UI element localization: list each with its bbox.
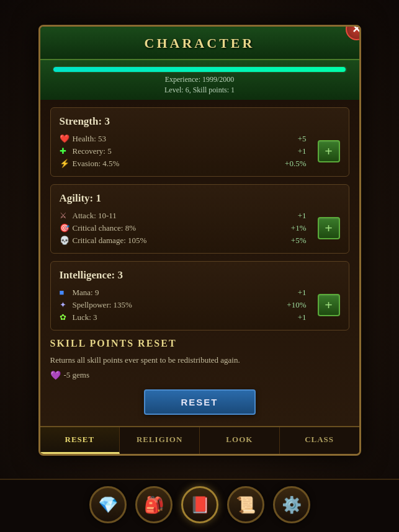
- gear-icon-button[interactable]: ⚙️: [273, 486, 310, 523]
- tab-class[interactable]: CLASS: [280, 427, 359, 454]
- crit-damage-icon: 💀: [60, 236, 69, 246]
- exp-bar-container: [53, 66, 347, 73]
- tabs-bar: RESET RELIGION LOOK CLASS: [40, 426, 359, 454]
- book-icon: 📕: [190, 495, 210, 515]
- bag-icon-button[interactable]: 🎒: [135, 486, 173, 523]
- exp-bar-fill: [53, 67, 346, 72]
- mana-row: ■ Mana: 9: [60, 288, 271, 298]
- level-text: Level: 6, Skill points: 1: [53, 86, 347, 95]
- crit-chance-label: 🎯 Critical chance: 8%: [60, 223, 271, 233]
- attack-label: ⚔ Attack: 10-11: [60, 211, 271, 221]
- recovery-icon: ✚: [60, 146, 69, 156]
- health-label: ❤️ Health: 53: [60, 134, 271, 144]
- evasion-bonus: +0.5%: [276, 159, 307, 169]
- health-bonus: +5: [276, 134, 307, 144]
- intelligence-main-area: ■ Mana: 9 ✦ Spellpower: 135%: [60, 288, 340, 322]
- panel-title: CHARACTER: [53, 35, 347, 51]
- luck-bonus: +1: [276, 313, 307, 322]
- crit-chance-row: 🎯 Critical chance: 8%: [60, 223, 271, 233]
- bag-icon: 🎒: [144, 495, 164, 515]
- recovery-row: ✚ Recovery: 5: [60, 146, 271, 156]
- strength-name: Strength: 3: [60, 115, 340, 128]
- mana-bonus: +1: [276, 288, 307, 298]
- gems-icon-button[interactable]: 💎: [89, 486, 127, 523]
- reset-button[interactable]: RESET: [144, 389, 256, 415]
- panel-body: Strength: 3 ❤️ Health: 53 ✚ Reco: [40, 100, 359, 426]
- strength-main-area: ❤️ Health: 53 ✚ Recovery: 5: [60, 134, 340, 169]
- reset-title: SKILL POINTS RESET: [50, 338, 349, 349]
- attack-icon: ⚔: [60, 211, 69, 221]
- scroll-icon: 📜: [236, 495, 256, 515]
- attack-row: ⚔ Attack: 10-11: [60, 211, 271, 221]
- intelligence-name: Intelligence: 3: [60, 269, 340, 282]
- spellpower-label: ✦ Spellpower: 135%: [60, 300, 271, 310]
- agility-name: Agility: 1: [60, 192, 340, 205]
- panel-header: CHARACTER: [40, 27, 359, 60]
- character-panel: ✕ CHARACTER Experience: 1999/2000 Level:…: [38, 25, 361, 456]
- luck-icon: ✿: [60, 313, 69, 322]
- recovery-bonus: +1: [276, 146, 307, 156]
- spellpower-row: ✦ Spellpower: 135%: [60, 300, 271, 310]
- luck-row: ✿ Luck: 3: [60, 313, 271, 322]
- crit-damage-row: 💀 Critical damage: 105%: [60, 236, 271, 246]
- agility-main-area: ⚔ Attack: 10-11 🎯 Critical chance: 8%: [60, 211, 340, 246]
- gem-icon: 💜: [50, 370, 61, 381]
- scroll-icon-button[interactable]: 📜: [227, 486, 264, 523]
- mana-label: ■ Mana: 9: [60, 288, 271, 298]
- spellpower-bonus: +10%: [276, 300, 307, 310]
- crit-damage-bonus: +5%: [276, 236, 307, 246]
- gem-cost-text: -5 gems: [64, 370, 90, 380]
- reset-description: Returns all skill points ever spent to b…: [50, 354, 349, 366]
- gem-cost: 💜 -5 gems: [50, 370, 349, 381]
- exp-text: Experience: 1999/2000: [53, 75, 347, 84]
- crit-chance-icon: 🎯: [60, 223, 69, 233]
- spellpower-icon: ✦: [60, 300, 69, 310]
- recovery-label: ✚ Recovery: 5: [60, 146, 271, 156]
- mana-icon: ■: [60, 288, 69, 298]
- evasion-icon: ⚡: [60, 159, 69, 169]
- intelligence-card: Intelligence: 3 ■ Mana: 9 ✦ Spel: [50, 261, 349, 330]
- main-container: ✕ CHARACTER Experience: 1999/2000 Level:…: [38, 25, 361, 456]
- book-icon-button[interactable]: 📕: [181, 486, 218, 523]
- intelligence-bonuses: +1 +10% +1: [276, 288, 307, 322]
- agility-labels: ⚔ Attack: 10-11 🎯 Critical chance: 8%: [60, 211, 271, 246]
- agility-bonuses: +1 +1% +5%: [276, 211, 307, 246]
- crit-damage-label: 💀 Critical damage: 105%: [60, 236, 271, 246]
- gear-icon: ⚙️: [282, 495, 302, 515]
- strength-plus-button[interactable]: +: [318, 140, 340, 162]
- agility-card: Agility: 1 ⚔ Attack: 10-11 🎯 Cr: [50, 184, 349, 254]
- strength-card: Strength: 3 ❤️ Health: 53 ✚ Reco: [50, 107, 349, 177]
- crit-chance-bonus: +1%: [276, 223, 307, 233]
- health-row: ❤️ Health: 53: [60, 134, 271, 144]
- experience-section: Experience: 1999/2000 Level: 6, Skill po…: [40, 60, 359, 100]
- strength-bonuses: +5 +1 +0.5%: [276, 134, 307, 169]
- intelligence-labels: ■ Mana: 9 ✦ Spellpower: 135%: [60, 288, 271, 322]
- skill-reset-section: SKILL POINTS RESET Returns all skill poi…: [50, 338, 349, 415]
- attack-bonus: +1: [276, 211, 307, 221]
- tab-reset[interactable]: RESET: [40, 427, 120, 454]
- tab-religion[interactable]: RELIGION: [120, 427, 200, 454]
- gems-icon: 💎: [98, 495, 118, 515]
- tab-look[interactable]: LOOK: [200, 427, 280, 454]
- luck-label: ✿ Luck: 3: [60, 313, 271, 322]
- intelligence-plus-button[interactable]: +: [318, 294, 340, 316]
- evasion-row: ⚡ Evasion: 4.5%: [60, 159, 271, 169]
- health-icon: ❤️: [60, 134, 69, 144]
- bottom-bar: 💎 🎒 📕 📜 ⚙️: [0, 479, 399, 532]
- agility-plus-button[interactable]: +: [318, 217, 340, 239]
- evasion-label: ⚡ Evasion: 4.5%: [60, 159, 271, 169]
- strength-labels: ❤️ Health: 53 ✚ Recovery: 5: [60, 134, 271, 169]
